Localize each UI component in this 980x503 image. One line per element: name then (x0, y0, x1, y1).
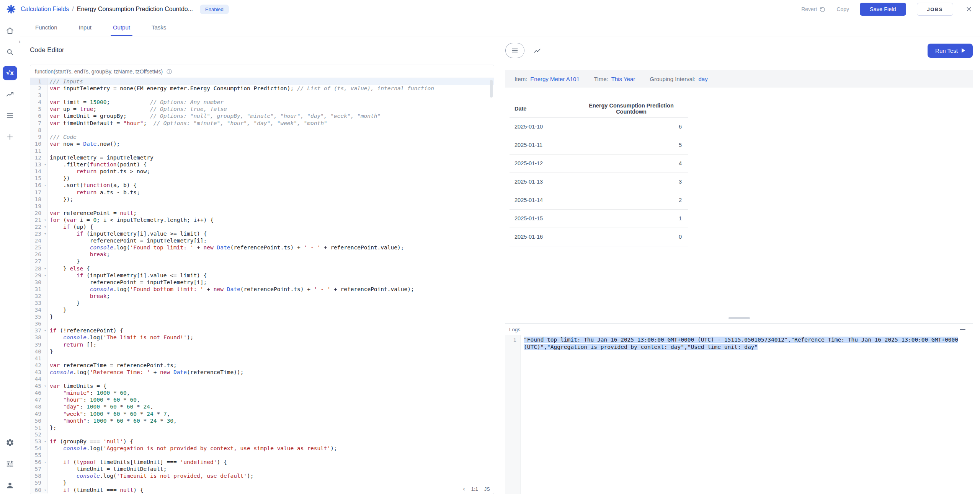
code-line[interactable]: 33 } (30, 300, 494, 306)
code-line[interactable]: 48 "day": 1000 * 60 * 60 * 24, (30, 403, 494, 410)
sidebar-item-trending[interactable] (2, 86, 18, 102)
code-line[interactable]: 8 (30, 127, 494, 133)
code-line[interactable]: 25 console.log('Found top limit: ' + new… (30, 244, 494, 251)
code-line[interactable]: 24 referencePoint = inputTelemetry[i]; (30, 237, 494, 244)
run-test-button[interactable]: Run Test (928, 44, 973, 58)
code-line[interactable]: 30 referencePoint = inputTelemetry[i]; (30, 279, 494, 286)
code-line[interactable]: 10var now = Date.now(); (30, 140, 494, 147)
code-line[interactable]: 46 "minute": 1000 * 60, (30, 389, 494, 396)
code-line[interactable]: 1/// Inputs (30, 78, 494, 85)
tab-function[interactable]: Function (24, 18, 68, 36)
fold-toggle-icon[interactable]: ▾ (43, 487, 48, 493)
revert-button[interactable]: Revert (801, 6, 826, 13)
code-line[interactable]: 43console.log('Reference Time: ' + new D… (30, 369, 494, 376)
code-line[interactable]: 14 return point.ts > now; (30, 168, 494, 175)
code-line[interactable]: 27 } (30, 258, 494, 265)
code-line[interactable]: 5var up = true; // Options: true, false (30, 106, 494, 112)
sidebar-item-search[interactable] (2, 44, 18, 60)
copy-button[interactable]: Copy (836, 6, 849, 12)
fold-toggle-icon[interactable]: ▾ (43, 459, 48, 466)
breadcrumb-link-calculation-fields[interactable]: Calculation Fields (21, 6, 69, 13)
code-line[interactable]: 47 "hour": 1000 * 60 * 60, (30, 396, 494, 403)
sidebar-item-settings[interactable] (2, 435, 18, 450)
code-area[interactable]: 1/// Inputs2var inputTelemetry = none(EM… (30, 78, 494, 494)
fold-toggle-icon[interactable]: ▾ (43, 182, 48, 189)
code-line[interactable]: 55 (30, 452, 494, 459)
code-line[interactable]: 3 (30, 92, 494, 99)
jobs-button[interactable]: JOBS (917, 3, 953, 16)
tab-input[interactable]: Input (68, 18, 102, 36)
context-value[interactable]: This Year (611, 76, 635, 82)
code-line[interactable]: 35} (30, 313, 494, 320)
fold-toggle-icon[interactable]: ▾ (43, 383, 48, 389)
tab-tasks[interactable]: Tasks (141, 18, 177, 36)
code-line[interactable]: 56▾ if (typeof timeUnits[timeUnit] === '… (30, 459, 494, 466)
code-line[interactable]: 15 }) (30, 175, 494, 182)
code-line[interactable]: 2var inputTelemetry = none(EM energy met… (30, 85, 494, 92)
code-line[interactable]: 11 (30, 147, 494, 154)
code-line[interactable]: 53▾if (groupBy === 'null') { (30, 438, 494, 445)
code-line[interactable]: 54 console.log('Aggregation is not provi… (30, 445, 494, 452)
code-line[interactable]: 4var limit = 15000; // Options: Any numb… (30, 99, 494, 106)
fold-toggle-icon[interactable]: ▾ (43, 265, 48, 272)
code-line[interactable]: 36 (30, 320, 494, 327)
sidebar-item-add[interactable] (2, 129, 18, 145)
code-line[interactable]: 19 (30, 203, 494, 210)
code-line[interactable]: 6var timeUnit = groupBy; // Options: "nu… (30, 112, 494, 119)
info-icon[interactable] (166, 68, 172, 75)
collapse-panel-icon[interactable]: ‹ (463, 485, 465, 492)
fold-toggle-icon[interactable]: ▾ (43, 223, 48, 230)
fold-toggle-icon[interactable]: ▾ (43, 438, 48, 445)
code-line[interactable]: 39 return []; (30, 341, 494, 348)
code-line[interactable]: 13▾ .filter(function(point) { (30, 161, 494, 168)
sidebar-item-list[interactable] (2, 108, 18, 123)
context-value[interactable]: day (699, 76, 708, 82)
code-line[interactable]: 40} (30, 348, 494, 355)
code-line[interactable]: 50 "month": 1000 * 60 * 60 * 24 * 30, (30, 417, 494, 424)
code-line[interactable]: 44 (30, 376, 494, 383)
fold-toggle-icon[interactable]: ▾ (43, 272, 48, 279)
save-field-button[interactable]: Save Field (860, 3, 906, 16)
code-line[interactable]: 22▾ if (up) { (30, 223, 494, 230)
code-line[interactable]: 21▾for (var i = 0; i < inputTelemetry.le… (30, 217, 494, 223)
panel-resize-handle[interactable] (728, 317, 750, 319)
sidebar-item-home[interactable] (2, 23, 18, 38)
code-line[interactable]: 41 (30, 355, 494, 362)
code-line[interactable]: 26 break; (30, 251, 494, 258)
sidebar-item-tune[interactable] (2, 456, 18, 472)
code-line[interactable]: 31 console.log('Found bottom limit: ' + … (30, 286, 494, 293)
minimize-logs-button[interactable] (959, 327, 966, 332)
code-line[interactable]: 18 }); (30, 196, 494, 203)
scrollbar-thumb[interactable] (490, 80, 493, 98)
chart-view-toggle[interactable] (528, 43, 547, 58)
code-line[interactable]: 32 break; (30, 293, 494, 300)
code-line[interactable]: 7var timeUnitDefault = "hour"; // Option… (30, 120, 494, 127)
code-line[interactable]: 12inputTelemetry = inputTelemetry (30, 154, 494, 161)
code-line[interactable]: 16▾ .sort(function(a, b) { (30, 182, 494, 189)
table-view-toggle[interactable] (505, 43, 524, 58)
context-value[interactable]: Energy Meter A101 (530, 76, 579, 82)
fold-toggle-icon[interactable]: ▾ (43, 327, 48, 334)
code-line[interactable]: 20var referencePoint = null; (30, 210, 494, 217)
code-line[interactable]: 45▾var timeUnits = { (30, 383, 494, 389)
code-line[interactable]: 23▾ if (inputTelemetry[i].value >= limit… (30, 230, 494, 237)
code-line[interactable]: 28▾ } else { (30, 265, 494, 272)
code-line[interactable]: 51}; (30, 424, 494, 431)
code-line[interactable]: 38 console.log('The limit is not Found!'… (30, 334, 494, 341)
fold-toggle-icon[interactable]: ▾ (43, 161, 48, 168)
fold-toggle-icon[interactable]: ▾ (43, 230, 48, 237)
fold-toggle-icon[interactable]: ▾ (43, 217, 48, 223)
code-line[interactable]: 42var referenceTime = referencePoint.ts; (30, 362, 494, 369)
code-line[interactable]: 57 timeUnit = timeUnitDefault; (30, 466, 494, 472)
code-line[interactable]: 37▾if (!referencePoint) { (30, 327, 494, 334)
sidebar-item-calculated-fields[interactable]: √x (3, 66, 17, 80)
code-line[interactable]: 49 "week": 1000 * 60 * 60 * 24 * 7, (30, 410, 494, 417)
sidebar-expand-button[interactable]: › (15, 37, 24, 46)
app-logo-icon[interactable] (5, 3, 17, 15)
tab-output[interactable]: Output (102, 18, 141, 36)
code-line[interactable]: 52 (30, 431, 494, 438)
sidebar-item-account[interactable] (2, 478, 18, 493)
code-line[interactable]: 60▾ if (timeUnit === null) { (30, 487, 494, 493)
code-line[interactable]: 34 } (30, 306, 494, 313)
code-line[interactable]: 29▾ if (inputTelemetry[i].value <= limit… (30, 272, 494, 279)
